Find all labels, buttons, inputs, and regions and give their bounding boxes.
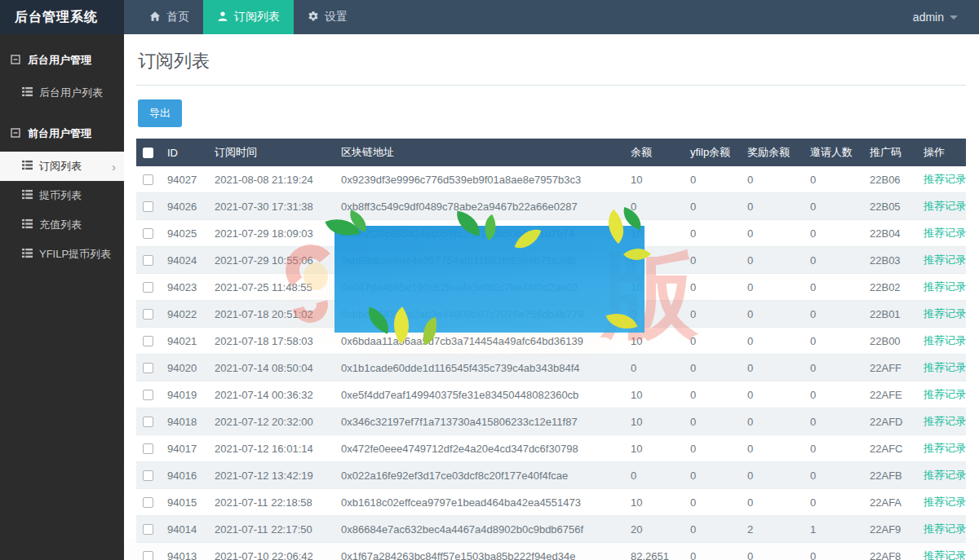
column-header: 区块链地址	[334, 139, 624, 166]
invite-count: 0	[804, 247, 863, 274]
column-header: 奖励余额	[741, 139, 804, 166]
reward-balance: 0	[741, 328, 804, 355]
subscribe-time: 2021-07-25 11:48:55	[208, 274, 334, 301]
sidebar-item-提币列表[interactable]: 提币列表›	[0, 181, 124, 210]
subscribe-time: 2021-07-14 00:36:32	[208, 381, 334, 408]
table-row: 940262021-07-30 17:31:380xb8ff3c549c9df0…	[136, 193, 966, 220]
row-checkbox[interactable]	[143, 228, 153, 239]
select-all-checkbox[interactable]	[143, 148, 153, 158]
yfilp-balance: 0	[684, 516, 741, 543]
chevron-right-icon: ›	[112, 161, 116, 173]
list-icon	[22, 189, 33, 202]
export-button[interactable]: 导出	[138, 99, 182, 127]
sidebar-group-header[interactable]: 前台用户管理	[0, 116, 124, 152]
nav-tab-首页[interactable]: 首页	[135, 0, 203, 34]
promo-code: 22AF8	[863, 543, 917, 560]
row-id: 94020	[161, 355, 208, 381]
referral-record-link[interactable]: 推荐记录	[924, 469, 966, 481]
referral-record-link[interactable]: 推荐记录	[924, 307, 966, 320]
row-id: 94014	[161, 516, 208, 543]
referral-record-link[interactable]: 推荐记录	[924, 254, 966, 266]
referral-record-link[interactable]: 推荐记录	[924, 496, 966, 508]
row-checkbox[interactable]	[143, 255, 153, 266]
sidebar-item-充值列表[interactable]: 充值列表›	[0, 210, 124, 240]
yfilp-balance: 0	[684, 301, 741, 328]
nav-tab-设置[interactable]: 设置	[294, 0, 361, 34]
invite-count: 0	[804, 355, 863, 381]
home-icon	[149, 11, 161, 24]
table-row: 940182021-07-12 20:32:000x346c32197ef7f1…	[136, 408, 966, 435]
yfilp-balance: 0	[684, 435, 741, 462]
sidebar-group-header[interactable]: 后台用户管理	[0, 42, 124, 78]
sidebar-item-后台用户列表[interactable]: 后台用户列表›	[0, 78, 124, 108]
referral-record-link[interactable]: 推荐记录	[924, 549, 966, 560]
referral-record-link[interactable]: 推荐记录	[924, 200, 966, 212]
invite-count: 0	[804, 462, 863, 489]
referral-record-link[interactable]: 推荐记录	[924, 415, 966, 427]
referral-record-link[interactable]: 推荐记录	[924, 388, 966, 400]
blockchain-address: 0xb68dbae6de4e057754af811683fd6366b71b3f…	[334, 247, 624, 274]
blockchain-address: 0xb1618c02effcea9797e1bead464ba42ea45514…	[334, 489, 624, 516]
table-row: 940142021-07-11 22:17:500x86684e7ac632be…	[136, 516, 966, 543]
subscribe-time: 2021-07-11 22:17:50	[208, 516, 334, 543]
reward-balance: 0	[741, 435, 804, 462]
blockchain-address: 0xe5f4dd7eaf149940375fe31e83450448082360…	[334, 381, 624, 408]
row-checkbox[interactable]	[143, 524, 153, 535]
row-checkbox[interactable]	[143, 470, 153, 481]
referral-record-link[interactable]: 推荐记录	[924, 523, 966, 535]
blockchain-address: 0x86684e7ac632bec4a4467a4d8902b0c9bdb675…	[334, 516, 624, 543]
table-row: 940242021-07-29 10:55:060xb68dbae6de4e05…	[136, 247, 966, 274]
referral-record-link[interactable]: 推荐记录	[924, 361, 966, 373]
referral-record-link[interactable]: 推荐记录	[924, 334, 966, 346]
table-body: 940272021-08-08 21:19:240x9239df3e9996c7…	[136, 166, 966, 560]
collapse-icon	[11, 128, 20, 140]
blockchain-address: 0x1f67a284263bc84ff57e1503ba85b222f94ed3…	[334, 543, 624, 560]
promo-code: 22B02	[863, 274, 917, 301]
row-checkbox[interactable]	[143, 363, 153, 373]
invite-count: 0	[804, 489, 863, 516]
promo-code: 22AFC	[863, 435, 917, 462]
invite-count: 0	[804, 408, 863, 435]
column-header: yfilp余额	[684, 139, 741, 166]
reward-balance: 2	[741, 516, 804, 543]
referral-record-link[interactable]: 推荐记录	[924, 442, 966, 454]
row-checkbox[interactable]	[143, 497, 153, 508]
column-header: 操作	[917, 139, 966, 166]
row-checkbox[interactable]	[143, 201, 153, 212]
balance: 10	[624, 166, 684, 193]
row-checkbox[interactable]	[143, 390, 153, 400]
referral-record-link[interactable]: 推荐记录	[924, 227, 966, 239]
referral-record-link[interactable]: 推荐记录	[924, 280, 966, 293]
row-checkbox[interactable]	[143, 336, 153, 346]
reward-balance: 0	[741, 543, 804, 560]
subscribe-time: 2021-07-10 22:06:42	[208, 543, 334, 560]
row-checkbox[interactable]	[143, 417, 153, 427]
sidebar: 后台用户管理后台用户列表›前台用户管理订阅列表›提币列表›充值列表›YFILP提…	[0, 34, 124, 560]
reward-balance: 0	[741, 355, 804, 381]
row-id: 94018	[161, 408, 208, 435]
user-menu[interactable]: admin	[892, 0, 979, 34]
reward-balance: 0	[741, 247, 804, 274]
username: admin	[913, 11, 944, 24]
sidebar-item-YFILP提币列表[interactable]: YFILP提币列表›	[0, 240, 124, 269]
row-checkbox[interactable]	[143, 443, 153, 454]
sidebar-item-订阅列表[interactable]: 订阅列表›	[0, 152, 124, 181]
reward-balance: 0	[741, 408, 804, 435]
promo-code: 22B01	[863, 301, 917, 328]
yfilp-balance: 0	[684, 543, 741, 560]
blockchain-address: 0x3e2f20c885a24ec059fc2f1f1e0b50bd941b7b…	[334, 220, 624, 247]
promo-code: 22B06	[863, 166, 917, 193]
promo-code: 22AFD	[863, 408, 917, 435]
column-header: 邀请人数	[804, 139, 863, 166]
referral-record-link[interactable]: 推荐记录	[924, 173, 966, 185]
row-id: 94017	[161, 435, 208, 462]
yfilp-balance: 0	[684, 462, 741, 489]
balance: 10	[624, 328, 684, 355]
blockchain-address: 0x9239df3e9996c776d539eb9f01a8ae8e7957b3…	[334, 166, 624, 193]
row-checkbox[interactable]	[143, 282, 153, 293]
row-id: 94027	[161, 166, 208, 193]
nav-tab-订阅列表[interactable]: 订阅列表	[203, 0, 294, 34]
row-checkbox[interactable]	[143, 174, 153, 185]
row-checkbox[interactable]	[143, 551, 153, 560]
row-checkbox[interactable]	[143, 309, 153, 320]
